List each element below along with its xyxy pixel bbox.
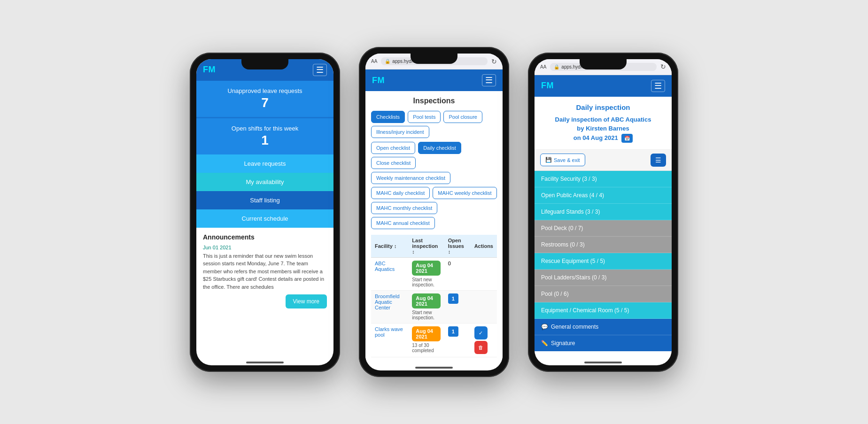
checklist-item-rescue[interactable]: Rescue Equipment (5 / 5) bbox=[535, 253, 672, 270]
btn-mahc-daily[interactable]: MAHC daily checklist bbox=[371, 187, 430, 199]
phone-notch-3 bbox=[580, 59, 627, 69]
leave-requests-button[interactable]: Leave requests bbox=[196, 154, 333, 173]
phone-notch-1 bbox=[241, 59, 288, 69]
reload-icon-3[interactable]: ↻ bbox=[660, 63, 666, 70]
phone-notch-2 bbox=[411, 54, 457, 64]
daily-inspection-title: Daily inspection bbox=[541, 103, 665, 111]
open-issues-abc: 0 bbox=[444, 258, 471, 291]
completed-clarks: 13 of 30 completed bbox=[412, 343, 440, 353]
subtitle-line3: on 04 Aug 2021 bbox=[574, 134, 618, 141]
browser-aa-3: AA bbox=[540, 64, 546, 69]
btn-mahc-monthly[interactable]: MAHC monthly checklist bbox=[371, 202, 437, 214]
tab-illness[interactable]: Illness/injury incident bbox=[371, 126, 429, 138]
home-indicator-2 bbox=[415, 367, 453, 369]
phone-1: FM ☰ Unapproved leave requests 7 Open sh… bbox=[190, 53, 340, 372]
reload-icon-2[interactable]: ↻ bbox=[491, 58, 497, 65]
open-issues-broomfield: 1 bbox=[448, 293, 458, 304]
table-row: ABC Aquatics Aug 04 2021 Start new inspe… bbox=[371, 258, 497, 291]
btn-weekly-maintenance[interactable]: Weekly maintenance checklist bbox=[371, 172, 450, 184]
app-logo-2: FM bbox=[372, 76, 385, 85]
comment-icon: 💬 bbox=[541, 324, 548, 330]
phone-screen-3: AA 🔒 apps.hydroapps.com ↻ FM ☰ Daily ins… bbox=[535, 59, 672, 365]
my-availability-button[interactable]: My availability bbox=[196, 173, 333, 191]
page-title-2: Inspections bbox=[371, 97, 497, 105]
home-indicator-3 bbox=[584, 362, 622, 363]
phone-3: AA 🔒 apps.hydroapps.com ↻ FM ☰ Daily ins… bbox=[528, 53, 678, 372]
checklist-item-pool[interactable]: Pool (0 / 6) bbox=[535, 286, 672, 302]
btn-open-checklist[interactable]: Open checklist bbox=[371, 142, 415, 154]
daily-checklist-items: Facility Security (3 / 3) Open Public Ar… bbox=[535, 171, 672, 358]
inspection-subtitle: Daily inspection of ABC Aquatics by Kirs… bbox=[541, 115, 665, 143]
pencil-icon: ✏️ bbox=[541, 340, 548, 347]
calendar-icon: 📅 bbox=[621, 134, 633, 143]
announcement-date: Jun 01 2021 bbox=[203, 245, 327, 250]
browser-aa-2: AA bbox=[371, 59, 377, 64]
app-header-2: FM ☰ bbox=[365, 69, 503, 91]
checklist-item-equipment-room[interactable]: Equipment / Chemical Room (5 / 5) bbox=[535, 302, 672, 319]
btn-close-checklist[interactable]: Close checklist bbox=[371, 157, 416, 169]
col-open-issues: Open Issues ↕ bbox=[444, 235, 471, 258]
facility-link-clarks[interactable]: Clarks wave pool bbox=[375, 326, 403, 338]
general-comments-item[interactable]: 💬 General comments bbox=[535, 319, 672, 335]
view-more-button[interactable]: View more bbox=[286, 294, 327, 308]
inspection-header: Daily inspection Daily inspection of ABC… bbox=[535, 97, 672, 150]
start-new-broomfield: Start new inspection. bbox=[412, 310, 440, 320]
stat-label-shifts: Open shifts for this week bbox=[201, 125, 329, 132]
stat-value-leave: 7 bbox=[201, 95, 329, 110]
action-delete-clarks[interactable]: 🗑 bbox=[474, 341, 488, 354]
checklist-type-buttons: Open checklist Daily checklist Close che… bbox=[371, 142, 497, 229]
current-schedule-button[interactable]: Current schedule bbox=[196, 209, 333, 228]
home-indicator-1 bbox=[246, 362, 284, 363]
announcements-section: Announcements Jun 01 2021 This is just a… bbox=[196, 228, 333, 358]
announcements-title: Announcements bbox=[203, 233, 327, 241]
start-new-abc: Start new inspection. bbox=[412, 277, 440, 287]
list-view-button[interactable]: ☰ bbox=[651, 154, 666, 167]
tab-pool-tests[interactable]: Pool tests bbox=[408, 111, 441, 123]
app-logo-3: FM bbox=[541, 81, 554, 91]
stat-block-leave: Unapproved leave requests 7 bbox=[196, 81, 333, 117]
table-row: Broomfield Aquatic Center Aug 04 2021 St… bbox=[371, 291, 497, 324]
phone-screen-1: FM ☰ Unapproved leave requests 7 Open sh… bbox=[196, 59, 333, 365]
announcement-text: This is just a reminder that our new swi… bbox=[203, 252, 327, 291]
facility-link-broomfield[interactable]: Broomfield Aquatic Center bbox=[375, 293, 400, 310]
date-badge-clarks: Aug 04 2021 bbox=[412, 326, 440, 341]
subtitle-line1: Daily inspection of ABC Aquatics bbox=[555, 116, 651, 123]
save-exit-button[interactable]: 💾 Save & exit bbox=[540, 154, 585, 166]
col-actions: Actions bbox=[471, 235, 497, 258]
stat-value-shifts: 1 bbox=[201, 133, 329, 148]
inspection-toolbar: 💾 Save & exit ☰ bbox=[535, 150, 672, 171]
facility-link-abc[interactable]: ABC Aquatics bbox=[375, 261, 395, 272]
app-logo-1: FM bbox=[203, 65, 216, 75]
tab-pool-closure[interactable]: Pool closure bbox=[443, 111, 482, 123]
col-facility: Facility ↕ bbox=[371, 235, 408, 258]
inspections-content: Inspections Checklists Pool tests Pool c… bbox=[365, 91, 503, 363]
checklist-item-facility-security[interactable]: Facility Security (3 / 3) bbox=[535, 171, 672, 187]
lock-icon-2: 🔒 bbox=[385, 59, 390, 64]
checklist-item-restrooms[interactable]: Restrooms (0 / 3) bbox=[535, 237, 672, 253]
action-buttons: Leave requests My availability Staff lis… bbox=[196, 154, 333, 228]
stat-block-shifts: Open shifts for this week 1 bbox=[196, 118, 333, 154]
inspection-table: Facility ↕ Last inspection ↕ Open Issues… bbox=[371, 235, 497, 357]
checklist-item-open-public[interactable]: Open Public Areas (4 / 4) bbox=[535, 187, 672, 204]
signature-item[interactable]: ✏️ Signature bbox=[535, 335, 672, 351]
phone-screen-2: AA 🔒 apps.hydroapps.com ↻ FM ☰ Inspectio… bbox=[365, 54, 503, 370]
tab-checklists[interactable]: Checklists bbox=[371, 111, 405, 123]
subtitle-line2: by Kirsten Barnes bbox=[577, 125, 629, 132]
date-badge-abc: Aug 04 2021 bbox=[412, 261, 440, 276]
checklist-item-pool-deck[interactable]: Pool Deck (0 / 7) bbox=[535, 220, 672, 237]
save-icon: 💾 bbox=[545, 157, 552, 163]
hamburger-icon-3[interactable]: ☰ bbox=[651, 80, 665, 92]
btn-mahc-weekly[interactable]: MAHC weekly checklist bbox=[433, 187, 496, 199]
checklist-item-lifeguard[interactable]: Lifeguard Stands (3 / 3) bbox=[535, 204, 672, 220]
btn-mahc-annual[interactable]: MAHC annual checklist bbox=[371, 217, 435, 229]
table-row: Clarks wave pool Aug 04 2021 13 of 30 co… bbox=[371, 324, 497, 357]
checklist-item-pool-ladders[interactable]: Pool Ladders/Stairs (0 / 3) bbox=[535, 270, 672, 286]
stat-label-leave: Unapproved leave requests bbox=[201, 87, 329, 94]
app-header-3: FM ☰ bbox=[535, 75, 672, 97]
phone-2: AA 🔒 apps.hydroapps.com ↻ FM ☰ Inspectio… bbox=[359, 47, 509, 377]
staff-listing-button[interactable]: Staff listing bbox=[196, 191, 333, 209]
btn-daily-checklist[interactable]: Daily checklist bbox=[418, 142, 461, 154]
hamburger-icon-2[interactable]: ☰ bbox=[482, 74, 496, 86]
action-check-clarks[interactable]: ✓ bbox=[474, 326, 488, 339]
hamburger-icon-1[interactable]: ☰ bbox=[313, 64, 327, 76]
